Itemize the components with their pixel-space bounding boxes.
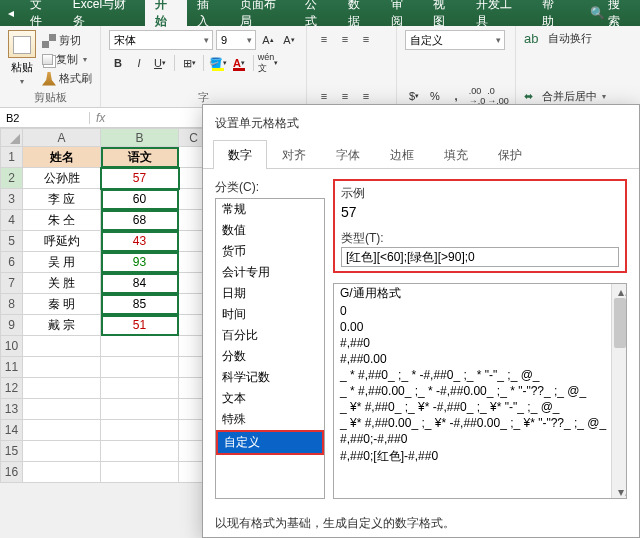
cell[interactable]: 51 xyxy=(101,315,179,336)
cell[interactable] xyxy=(101,420,179,441)
copy-button[interactable]: 复制▾ xyxy=(42,51,92,68)
percent-button[interactable]: % xyxy=(426,87,444,105)
align-center-button[interactable]: ≡ xyxy=(336,87,354,105)
number-format-select[interactable]: 自定义 xyxy=(405,30,505,50)
grow-font-button[interactable]: A▴ xyxy=(259,31,277,49)
menu-formulas[interactable]: 公式 xyxy=(295,0,338,26)
row-header[interactable]: 9 xyxy=(1,315,23,336)
cell[interactable] xyxy=(23,441,101,462)
cell[interactable]: 朱 仝 xyxy=(23,210,101,231)
menu-insert[interactable]: 插入 xyxy=(187,0,230,26)
scrollbar[interactable]: ▴ ▾ xyxy=(611,284,626,498)
category-item[interactable]: 常规 xyxy=(216,199,324,220)
cell[interactable]: 语文 xyxy=(101,147,179,168)
name-box[interactable]: B2 xyxy=(0,112,90,124)
format-painter-button[interactable]: 格式刷 xyxy=(42,70,92,87)
fill-color-button[interactable]: 🪣▾ xyxy=(209,54,227,72)
align-top-button[interactable]: ≡ xyxy=(315,30,333,48)
cell[interactable]: 戴 宗 xyxy=(23,315,101,336)
align-middle-button[interactable]: ≡ xyxy=(336,30,354,48)
category-item[interactable]: 货币 xyxy=(216,241,324,262)
category-listbox[interactable]: 常规数值货币会计专用日期时间百分比分数科学记数文本特殊自定义 xyxy=(215,198,325,499)
paste-button[interactable]: 粘贴 ▾ xyxy=(8,30,36,87)
cell[interactable] xyxy=(23,336,101,357)
menu-view[interactable]: 视图 xyxy=(423,0,466,26)
currency-button[interactable]: $▾ xyxy=(405,87,423,105)
align-right-button[interactable]: ≡ xyxy=(357,87,375,105)
format-item[interactable]: _ ¥* #,##0_ ;_ ¥* -#,##0_ ;_ ¥* "-"_ ;_ … xyxy=(334,399,626,415)
cell[interactable] xyxy=(23,378,101,399)
menu-file[interactable]: 文件 xyxy=(20,0,63,26)
cell[interactable] xyxy=(23,462,101,483)
scroll-up-icon[interactable]: ▴ xyxy=(612,284,626,298)
wrap-text-button[interactable]: ab 自动换行 xyxy=(524,30,606,47)
menu-help[interactable]: 帮助 xyxy=(532,0,575,26)
category-item[interactable]: 文本 xyxy=(216,388,324,409)
cell[interactable] xyxy=(101,378,179,399)
format-item[interactable]: #,##0.00 xyxy=(334,351,626,367)
shrink-font-button[interactable]: A▾ xyxy=(280,31,298,49)
category-item[interactable]: 科学记数 xyxy=(216,367,324,388)
menu-data[interactable]: 数据 xyxy=(338,0,381,26)
italic-button[interactable]: I xyxy=(130,54,148,72)
tab-protection[interactable]: 保护 xyxy=(483,140,537,169)
cell[interactable] xyxy=(101,462,179,483)
menu-home[interactable]: 开始 xyxy=(145,0,188,26)
menu-search[interactable]: 🔍搜索 xyxy=(580,0,640,26)
row-header[interactable]: 1 xyxy=(1,147,23,168)
menu-excel-finance[interactable]: Excel与财务 xyxy=(63,0,145,26)
cell[interactable]: 秦 明 xyxy=(23,294,101,315)
format-item[interactable]: _ * #,##0_ ;_ * -#,##0_ ;_ * "-"_ ;_ @_ xyxy=(334,367,626,383)
cell[interactable]: 93 xyxy=(101,252,179,273)
comma-button[interactable]: , xyxy=(447,87,465,105)
cell[interactable]: 姓名 xyxy=(23,147,101,168)
row-header[interactable]: 16 xyxy=(1,462,23,483)
menu-review[interactable]: 审阅 xyxy=(381,0,424,26)
font-name-select[interactable]: 宋体 xyxy=(109,30,213,50)
format-listbox[interactable]: G/通用格式00.00#,##0#,##0.00_ * #,##0_ ;_ * … xyxy=(333,283,627,499)
format-item[interactable]: _ * #,##0.00_ ;_ * -#,##0.00_ ;_ * "-"??… xyxy=(334,383,626,399)
row-header[interactable]: 8 xyxy=(1,294,23,315)
category-item[interactable]: 数值 xyxy=(216,220,324,241)
cell[interactable] xyxy=(23,357,101,378)
category-item[interactable]: 特殊 xyxy=(216,409,324,430)
cell[interactable] xyxy=(23,399,101,420)
cell[interactable]: 43 xyxy=(101,231,179,252)
tab-fill[interactable]: 填充 xyxy=(429,140,483,169)
cell[interactable]: 57 xyxy=(101,168,179,189)
cell[interactable]: 李 应 xyxy=(23,189,101,210)
format-item[interactable]: #,##0;[红色]-#,##0 xyxy=(334,447,626,466)
row-header[interactable]: 6 xyxy=(1,252,23,273)
menu-developer[interactable]: 开发工具 xyxy=(466,0,531,26)
cell[interactable]: 公孙胜 xyxy=(23,168,101,189)
col-header-a[interactable]: A xyxy=(23,129,101,147)
format-item[interactable]: G/通用格式 xyxy=(334,284,626,303)
border-button[interactable]: ⊞▾ xyxy=(180,54,198,72)
scroll-down-icon[interactable]: ▾ xyxy=(612,484,626,498)
row-header[interactable]: 14 xyxy=(1,420,23,441)
fx-icon[interactable]: fx xyxy=(90,111,111,125)
format-item[interactable]: #,##0 xyxy=(334,335,626,351)
row-header[interactable]: 3 xyxy=(1,189,23,210)
cell[interactable] xyxy=(101,357,179,378)
scroll-thumb[interactable] xyxy=(614,298,626,348)
cell[interactable]: 吴 用 xyxy=(23,252,101,273)
format-item[interactable]: 0 xyxy=(334,303,626,319)
tab-alignment[interactable]: 对齐 xyxy=(267,140,321,169)
increase-decimal-button[interactable]: .00→.0 xyxy=(468,87,486,105)
format-item[interactable]: _ ¥* #,##0.00_ ;_ ¥* -#,##0.00_ ;_ ¥* "-… xyxy=(334,415,626,431)
cut-button[interactable]: 剪切 xyxy=(42,32,92,49)
cell[interactable] xyxy=(101,399,179,420)
cell[interactable] xyxy=(23,420,101,441)
row-header[interactable]: 15 xyxy=(1,441,23,462)
category-item[interactable]: 百分比 xyxy=(216,325,324,346)
tab-number[interactable]: 数字 xyxy=(213,140,267,169)
cell[interactable]: 84 xyxy=(101,273,179,294)
category-item[interactable]: 分数 xyxy=(216,346,324,367)
category-item[interactable]: 会计专用 xyxy=(216,262,324,283)
font-color-button[interactable]: A▾ xyxy=(230,54,248,72)
cell[interactable] xyxy=(101,336,179,357)
category-item[interactable]: 自定义 xyxy=(216,430,324,455)
underline-button[interactable]: U▾ xyxy=(151,54,169,72)
row-header[interactable]: 11 xyxy=(1,357,23,378)
